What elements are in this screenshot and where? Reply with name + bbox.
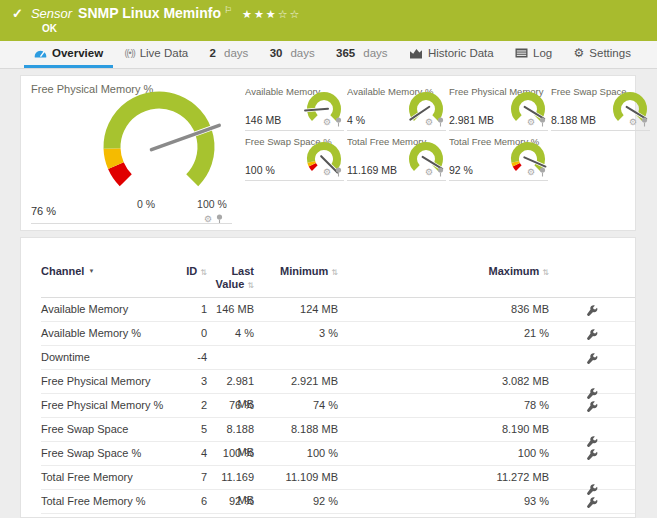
col-label: ID [186, 265, 197, 277]
prtg-sensor-page: ✓ Sensor SNMP Linux Meminfo ⚐ ★★★☆☆ OK O… [0, 0, 657, 518]
tab-label: Live Data [140, 47, 189, 59]
pin-icon[interactable] [641, 117, 648, 127]
col-header-last-value[interactable]: Last Value⇅ [207, 265, 254, 297]
gear-icon[interactable]: ⚙ [323, 118, 331, 127]
mini-gauge-value: 8.188 MB [551, 114, 596, 126]
cell-maximum: 78 % [338, 394, 549, 417]
cell-id: 6 [171, 490, 207, 513]
sort-icon: ⇅ [200, 268, 207, 277]
priority-stars[interactable]: ★★★☆☆ [242, 8, 301, 21]
tab-settings[interactable]: ⚙ Settings [564, 41, 641, 68]
stars-empty: ☆☆ [278, 8, 302, 20]
table-row[interactable]: Downtime -4 [41, 346, 635, 370]
pin-icon[interactable] [437, 117, 444, 127]
gear-icon[interactable]: ⚙ [425, 168, 433, 177]
cell-maximum: 93 % [338, 490, 549, 513]
gauge-cell-actions: ⚙ [323, 117, 342, 127]
status-badge: OK [42, 23, 657, 34]
cell-channel[interactable]: Downtime [41, 346, 171, 369]
cell-maximum: 100 % [338, 442, 549, 465]
mini-gauge-cell: Available Memory % 4 % ⚙ [347, 83, 446, 131]
pin-icon[interactable] [539, 117, 546, 127]
cell-id: 0 [171, 322, 207, 345]
main-gauge-min-label: 0 % [126, 198, 166, 210]
table-row[interactable]: Available Memory 1 146 MB 124 MB 836 MB [41, 298, 635, 322]
tab-label: Overview [52, 47, 103, 59]
cell-channel[interactable]: Total Free Memory % [41, 490, 171, 513]
col-header-id[interactable]: ID⇅ [171, 265, 207, 297]
mini-gauge-cell: Total Free Memory 11.169 MB ⚙ [347, 133, 446, 181]
tab-historic-data[interactable]: Historic Data [399, 41, 504, 68]
object-kind-label: Sensor [31, 6, 72, 21]
tab-2-days[interactable]: 2days [200, 41, 259, 68]
flag-icon[interactable]: ⚐ [224, 5, 232, 15]
tab-overview[interactable]: Overview [24, 41, 113, 68]
cell-minimum: 74 % [254, 394, 338, 417]
cell-channel[interactable]: Free Swap Space % [41, 442, 171, 465]
cell-maximum [338, 346, 549, 369]
table-row[interactable]: Available Memory % 0 4 % 3 % 21 % [41, 322, 635, 346]
pin-icon[interactable] [539, 167, 546, 177]
cell-channel[interactable]: Available Memory % [41, 322, 171, 345]
tab-365-days[interactable]: 365days [326, 41, 397, 68]
gear-icon[interactable]: ⚙ [425, 118, 433, 127]
pin-icon[interactable] [335, 167, 342, 177]
table-row[interactable]: Free Swap Space 5 8.188 MB 8.188 MB 8.19… [41, 418, 635, 442]
stars-filled: ★★★ [242, 8, 278, 20]
channel-settings-icon[interactable] [586, 448, 598, 460]
gauge-cell-actions: ⚙ [425, 117, 444, 127]
cell-last-value: 76 % [207, 394, 254, 417]
cell-id: -4 [171, 346, 207, 369]
col-header-minimum[interactable]: Minimum⇅ [254, 265, 338, 297]
col-header-maximum[interactable]: Maximum⇅ [338, 265, 549, 297]
table-row[interactable]: Total Free Memory 7 11.169 MB 11.109 MB … [41, 466, 635, 490]
sensor-header: ✓ Sensor SNMP Linux Meminfo ⚐ ★★★☆☆ OK [0, 0, 657, 41]
tab-30-days[interactable]: 30days [260, 41, 325, 68]
channel-settings-icon[interactable] [586, 352, 598, 364]
channel-settings-icon[interactable] [586, 496, 598, 508]
col-label: Maximum [489, 265, 540, 277]
cell-channel[interactable]: Available Memory [41, 298, 171, 321]
channel-settings-icon[interactable] [586, 304, 598, 316]
cell-id: 1 [171, 298, 207, 321]
gear-icon[interactable]: ⚙ [629, 118, 637, 127]
tab-log[interactable]: Log [505, 41, 562, 68]
channels-panel: Channel▼ ID⇅ Last Value⇅ Minimum⇅ Maximu… [20, 237, 636, 518]
main-gauge-value: 76 % [31, 205, 56, 217]
tab-bar: Overview ((•)) Live Data 2days 30days 36… [0, 41, 657, 69]
table-body: Available Memory 1 146 MB 124 MB 836 MB … [41, 298, 635, 514]
mini-gauge-value: 146 MB [245, 114, 281, 126]
gear-icon[interactable]: ⚙ [527, 118, 535, 127]
chart-icon [409, 48, 423, 59]
cell-maximum: 21 % [338, 322, 549, 345]
cell-id: 2 [171, 394, 207, 417]
table-row[interactable]: Free Physical Memory 3 2.981 MB 2.921 MB… [41, 370, 635, 394]
tab-label: Historic Data [428, 47, 494, 59]
channel-settings-icon[interactable] [586, 328, 598, 340]
sort-icon: ⇅ [247, 281, 254, 290]
gear-icon[interactable]: ⚙ [527, 168, 535, 177]
tab-number: 30 [270, 47, 283, 59]
gear-icon: ⚙ [574, 47, 585, 59]
cell-minimum: 100 % [254, 442, 338, 465]
pin-icon[interactable] [437, 167, 444, 177]
status-check-icon: ✓ [12, 6, 23, 21]
table-row[interactable]: Free Physical Memory % 2 76 % 74 % 78 % [41, 394, 635, 418]
table-row[interactable]: Free Swap Space % 4 100 % 100 % 100 % [41, 442, 635, 466]
gauge-cell-actions: ⚙ [527, 117, 546, 127]
channel-settings-icon[interactable] [586, 400, 598, 412]
table-icon [515, 48, 528, 58]
cell-channel[interactable]: Free Physical Memory % [41, 394, 171, 417]
gear-icon[interactable]: ⚙ [323, 168, 331, 177]
tab-live-data[interactable]: ((•)) Live Data [115, 41, 199, 68]
col-label: Minimum [280, 265, 328, 277]
col-header-channel[interactable]: Channel▼ [41, 265, 171, 297]
pin-icon[interactable] [335, 117, 342, 127]
tab-number: 365 [336, 47, 355, 59]
cell-last-value: 146 MB [207, 298, 254, 321]
table-row[interactable]: Total Free Memory % 6 92 % 92 % 93 % [41, 490, 635, 514]
mini-gauge-cell: Free Swap Space 8.188 MB ⚙ [551, 83, 650, 131]
mini-gauge-value: 92 % [449, 164, 473, 176]
cell-minimum: 124 MB [254, 298, 338, 321]
mini-gauge-cell: Total Free Memory % 92 % ⚙ [449, 133, 548, 181]
